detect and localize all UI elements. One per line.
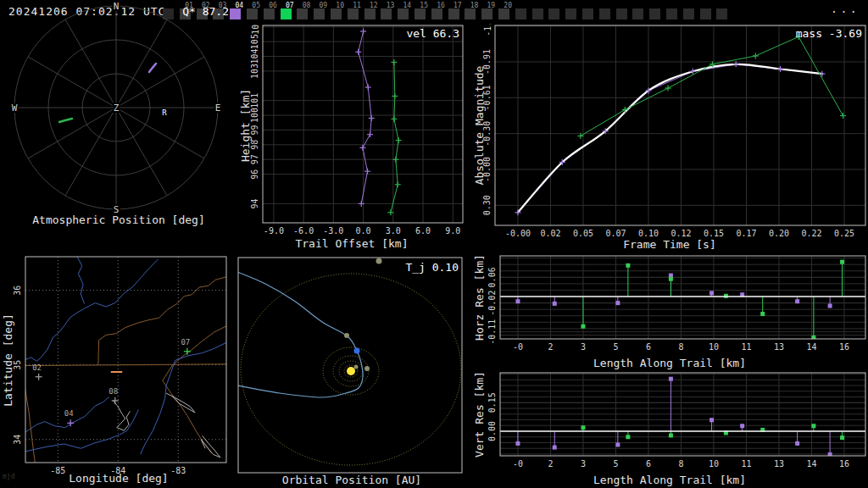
station-box-15[interactable]: 15 bbox=[415, 8, 426, 19]
svg-text:35: 35 bbox=[14, 360, 23, 370]
station-box-empty[interactable] bbox=[565, 8, 576, 19]
station-box-empty[interactable] bbox=[616, 8, 627, 19]
station-box-16[interactable]: 16 bbox=[431, 8, 442, 19]
svg-text:10: 10 bbox=[709, 342, 719, 352]
svg-text:Z: Z bbox=[114, 103, 120, 114]
svg-text:-1.2: -1.2 bbox=[483, 24, 492, 36]
svg-text:36: 36 bbox=[14, 286, 23, 296]
svg-text:0.20: 0.20 bbox=[769, 229, 789, 238]
station-box-17[interactable]: 17 bbox=[448, 8, 459, 19]
svg-text:16: 16 bbox=[839, 342, 849, 352]
svg-text:13: 13 bbox=[774, 342, 784, 352]
station-box-09[interactable]: 09 bbox=[314, 8, 325, 19]
svg-text:3: 3 bbox=[581, 459, 586, 469]
station-box-08[interactable]: 08 bbox=[297, 8, 308, 19]
station-box-empty[interactable] bbox=[683, 8, 694, 19]
station-box-empty[interactable] bbox=[666, 8, 677, 19]
svg-text:5: 5 bbox=[613, 459, 618, 469]
svg-text:-6.0: -6.0 bbox=[293, 226, 314, 236]
svg-text:6.0: 6.0 bbox=[415, 226, 431, 236]
station-box-empty[interactable] bbox=[716, 8, 727, 19]
magnitude-plot: -0.000.020.050.070.100.120.150.170.200.2… bbox=[471, 24, 868, 252]
station-box-empty[interactable] bbox=[632, 8, 643, 19]
svg-text:13: 13 bbox=[774, 459, 784, 469]
svg-text:11: 11 bbox=[741, 459, 751, 469]
svg-text:0.00: 0.00 bbox=[488, 421, 498, 441]
svg-text:0.30: 0.30 bbox=[483, 195, 492, 215]
station-box-11[interactable]: 11 bbox=[348, 8, 359, 19]
panel-horizontal-residuals: -02356810111314160.06-0.02-0.11 Length A… bbox=[471, 252, 868, 371]
station-box-empty[interactable] bbox=[532, 8, 543, 19]
svg-text:16: 16 bbox=[839, 459, 849, 469]
station-box-19[interactable]: 19 bbox=[481, 8, 492, 19]
vert-res-xlabel: Length Along Trail [km] bbox=[471, 474, 868, 486]
station-box-empty[interactable] bbox=[700, 8, 711, 19]
svg-text:2: 2 bbox=[548, 459, 553, 469]
svg-text:-0.11: -0.11 bbox=[488, 319, 498, 345]
svg-text:07: 07 bbox=[181, 338, 190, 347]
horz-res-plot: -02356810111314160.06-0.02-0.11 bbox=[471, 252, 868, 371]
svg-text:0.17: 0.17 bbox=[736, 229, 756, 238]
orbital-title: Orbital Position [AU] bbox=[237, 474, 466, 486]
svg-text:-0: -0 bbox=[513, 342, 523, 352]
svg-text:N: N bbox=[114, 1, 120, 12]
svg-text:3: 3 bbox=[581, 342, 586, 352]
svg-text:0.15: 0.15 bbox=[704, 229, 724, 238]
panel-atmospheric-position: NSWEZR Q* 87.2 Atmospheric Position [deg… bbox=[0, 0, 237, 229]
svg-text:34: 34 bbox=[14, 435, 23, 445]
station-box-empty[interactable] bbox=[599, 8, 610, 19]
svg-text:96: 96 bbox=[251, 169, 260, 180]
svg-text:0.06: 0.06 bbox=[488, 267, 498, 287]
station-box-07[interactable]: 07 bbox=[281, 8, 292, 19]
svg-text:0.02: 0.02 bbox=[540, 229, 560, 238]
station-box-05[interactable]: 05 bbox=[247, 8, 258, 19]
station-box-empty[interactable] bbox=[649, 8, 660, 19]
svg-text:14: 14 bbox=[806, 342, 816, 352]
panel-ground-map: 02040708-85-84-83363534 Longitude [deg] … bbox=[0, 252, 237, 488]
station-box-empty[interactable] bbox=[548, 8, 559, 19]
svg-text:97: 97 bbox=[251, 154, 260, 164]
station-box-empty[interactable] bbox=[582, 8, 593, 19]
svg-text:-3.0: -3.0 bbox=[323, 226, 343, 236]
svg-text:-9.0: -9.0 bbox=[264, 226, 284, 236]
svg-text:E: E bbox=[215, 103, 221, 114]
station-box-18[interactable]: 18 bbox=[465, 8, 476, 19]
svg-text:8: 8 bbox=[678, 342, 683, 352]
svg-text:9.0: 9.0 bbox=[445, 226, 460, 236]
panel-orbital-position: T_j 0.10 Orbital Position [AU] bbox=[237, 252, 466, 488]
station-box-10[interactable]: 10 bbox=[331, 8, 342, 19]
svg-text:106: 106 bbox=[251, 24, 260, 35]
watermark-text: mjd bbox=[3, 473, 14, 480]
svg-text:104: 104 bbox=[251, 48, 260, 64]
trail-offset-xlabel: Trail Offset [km] bbox=[237, 237, 466, 250]
svg-text:100: 100 bbox=[251, 108, 260, 123]
svg-text:94: 94 bbox=[251, 198, 260, 208]
svg-text:8: 8 bbox=[678, 459, 683, 469]
meteor-analysis-window: 20241206 07:02:12 UTC 010203040506070809… bbox=[0, 0, 868, 488]
station-box-12[interactable]: 12 bbox=[364, 8, 376, 19]
atmospheric-polar-plot: NSWEZR bbox=[0, 0, 237, 229]
overflow-menu-icon[interactable]: ... bbox=[831, 2, 860, 15]
ground-map-plot: 02040708-85-84-83363534 bbox=[0, 252, 237, 488]
svg-text:6: 6 bbox=[646, 459, 651, 469]
mass-value: mass -3.69 bbox=[796, 27, 862, 40]
svg-text:5: 5 bbox=[613, 342, 618, 352]
vert-res-plot: -02356810111314160.150.00 bbox=[471, 369, 868, 488]
svg-text:-0: -0 bbox=[513, 459, 523, 469]
svg-text:R: R bbox=[162, 108, 167, 117]
horz-res-xlabel: Length Along Trail [km] bbox=[471, 357, 868, 369]
svg-text:0.25: 0.25 bbox=[834, 229, 854, 238]
station-box-20[interactable]: 20 bbox=[498, 8, 509, 19]
magnitude-ylabel: Absolute Magnitude bbox=[473, 66, 486, 186]
velocity-value: vel 66.3 bbox=[406, 27, 459, 40]
svg-text:W: W bbox=[12, 103, 18, 114]
station-box-06[interactable]: 06 bbox=[264, 8, 275, 19]
svg-text:-0.02: -0.02 bbox=[488, 291, 498, 316]
panel-trail-offset: -9.0-6.0-3.00.03.06.09.09496979899100101… bbox=[237, 24, 466, 252]
station-box-empty[interactable] bbox=[515, 8, 526, 19]
station-box-14[interactable]: 14 bbox=[398, 8, 409, 19]
trail-offset-ylabel: Height [km] bbox=[239, 89, 252, 162]
station-box-13[interactable]: 13 bbox=[381, 8, 392, 19]
horz-res-ylabel: Horz Res [km] bbox=[473, 254, 486, 341]
map-ylabel: Latitude [deg] bbox=[2, 313, 14, 407]
